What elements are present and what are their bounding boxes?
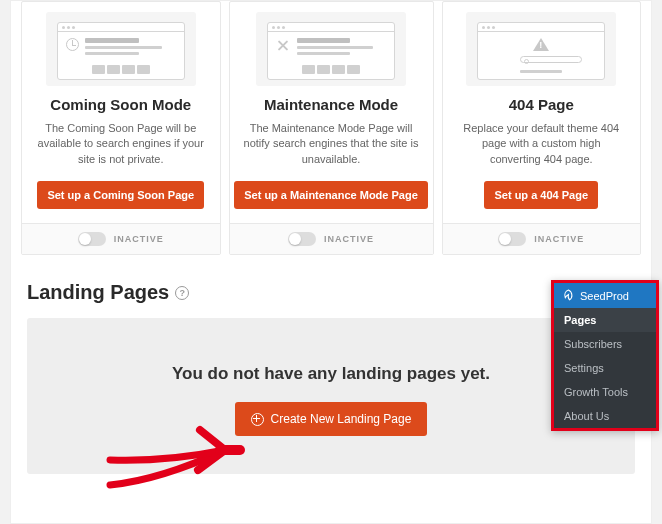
maintenance-toggle[interactable] [288, 232, 316, 246]
flyout-item-subscribers[interactable]: Subscribers [554, 332, 656, 356]
flyout-header[interactable]: SeedProd [554, 283, 656, 308]
seedprod-logo-icon [562, 289, 575, 302]
card-title: 404 Page [509, 96, 574, 113]
card-title: Maintenance Mode [264, 96, 398, 113]
maintenance-card: Maintenance Mode The Maintenance Mode Pa… [229, 1, 434, 255]
section-title: Landing Pages [27, 281, 169, 304]
tools-icon [276, 38, 291, 53]
setup-maintenance-button[interactable]: Set up a Maintenance Mode Page [234, 181, 428, 209]
flyout-item-about-us[interactable]: About Us [554, 404, 656, 428]
card-description: The Maintenance Mode Page will notify se… [240, 121, 423, 167]
warning-icon [533, 38, 549, 51]
plus-circle-icon [251, 413, 264, 426]
setup-coming-soon-button[interactable]: Set up a Coming Soon Page [37, 181, 204, 209]
create-button-label: Create New Landing Page [271, 412, 412, 426]
toggle-status: INACTIVE [324, 234, 374, 244]
card-title: Coming Soon Mode [50, 96, 191, 113]
toggle-status: INACTIVE [534, 234, 584, 244]
card-description: Replace your default theme 404 page with… [453, 121, 631, 167]
coming-soon-preview [46, 12, 196, 86]
create-landing-page-button[interactable]: Create New Landing Page [235, 402, 428, 436]
404-preview [466, 12, 616, 86]
404-card: 404 Page Replace your default theme 404 … [442, 1, 642, 255]
mode-cards-row: Coming Soon Mode The Coming Soon Page wi… [11, 1, 651, 255]
landing-pages-empty-state: You do not have any landing pages yet. C… [27, 318, 635, 474]
card-description: The Coming Soon Page will be available t… [32, 121, 210, 167]
toggle-status: INACTIVE [114, 234, 164, 244]
clock-icon [66, 38, 79, 51]
flyout-item-pages[interactable]: Pages [554, 308, 656, 332]
help-icon[interactable]: ? [175, 286, 189, 300]
404-toggle[interactable] [498, 232, 526, 246]
empty-message: You do not have any landing pages yet. [47, 364, 615, 384]
seedprod-flyout-menu: SeedProd Pages Subscribers Settings Grow… [551, 280, 659, 431]
coming-soon-card: Coming Soon Mode The Coming Soon Page wi… [21, 1, 221, 255]
flyout-brand: SeedProd [580, 290, 629, 302]
flyout-item-growth-tools[interactable]: Growth Tools [554, 380, 656, 404]
setup-404-button[interactable]: Set up a 404 Page [484, 181, 598, 209]
coming-soon-toggle[interactable] [78, 232, 106, 246]
flyout-item-settings[interactable]: Settings [554, 356, 656, 380]
maintenance-preview [256, 12, 406, 86]
